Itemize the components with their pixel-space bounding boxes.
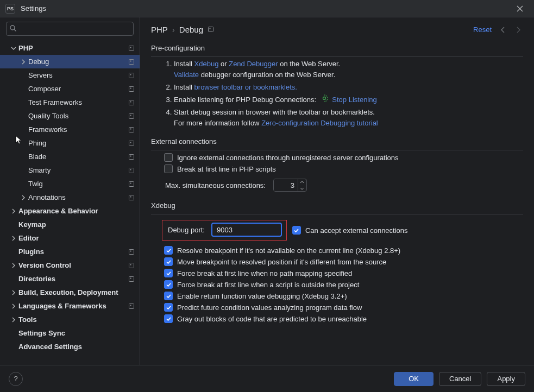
xdebug-opt-5-label: Predict future condition values analyzin…: [177, 304, 362, 312]
tree-item-version-control[interactable]: Version Control: [0, 258, 140, 272]
tree-item-blade[interactable]: Blade: [0, 150, 140, 163]
stop-listening-link[interactable]: Stop Listening: [332, 96, 376, 104]
svg-rect-18: [130, 155, 131, 156]
tree-item-tools[interactable]: Tools: [0, 313, 140, 326]
xdebug-opt-5-checkbox[interactable]: [164, 303, 173, 312]
tree-item-label: Smarty: [28, 166, 128, 174]
ok-button[interactable]: OK: [394, 372, 434, 386]
tree-item-advanced-settings[interactable]: Advanced Settings: [0, 340, 140, 353]
chevron-right-icon[interactable]: [10, 290, 17, 295]
svg-rect-7: [129, 86, 134, 91]
tree-item-servers[interactable]: Servers: [0, 68, 140, 82]
svg-rect-29: [129, 276, 134, 281]
tree-item-annotations[interactable]: Annotations: [0, 191, 140, 204]
apply-button[interactable]: Apply: [487, 372, 525, 386]
chevron-right-icon[interactable]: [10, 263, 17, 268]
chevron-down-icon[interactable]: [10, 46, 17, 51]
browser-toolbar-link[interactable]: browser toolbar or bookmarklets.: [194, 83, 297, 91]
max-connections-label: Max. simultaneous connections:: [165, 181, 266, 189]
chevron-right-icon[interactable]: [20, 59, 27, 65]
validate-link[interactable]: Validate: [174, 71, 199, 79]
svg-rect-16: [130, 142, 131, 143]
tree-item-smarty[interactable]: Smarty: [0, 163, 140, 177]
xdebug-opt-1-checkbox[interactable]: [164, 257, 173, 266]
tree-item-composer[interactable]: Composer: [0, 82, 140, 96]
max-connections-stepper[interactable]: [273, 179, 307, 192]
xdebug-opt-0-checkbox[interactable]: [164, 246, 173, 255]
break-first-line-checkbox[interactable]: [164, 165, 173, 173]
chevron-right-icon[interactable]: [20, 195, 27, 200]
preconfig-step-1: Install Xdebug or Zend Debugger on the W…: [174, 59, 523, 80]
xdebug-opt-4-checkbox[interactable]: [164, 292, 173, 300]
tree-item-label: Servers: [28, 71, 128, 79]
tree-item-label: Plugins: [18, 248, 128, 256]
tree-item-debug[interactable]: Debug: [0, 55, 140, 68]
ignore-unregistered-checkbox[interactable]: [164, 153, 173, 162]
chevron-right-icon[interactable]: [10, 208, 17, 214]
nav-forward-button[interactable]: [514, 26, 522, 34]
svg-rect-33: [209, 27, 213, 32]
external-connections-title: External connections: [151, 137, 523, 146]
svg-rect-13: [129, 127, 134, 132]
accept-external-label: Can accept external connections: [305, 226, 408, 235]
breadcrumb-root[interactable]: PHP: [151, 25, 168, 34]
chevron-right-icon[interactable]: [10, 236, 17, 241]
settings-tree[interactable]: PHPDebugServersComposerTest FrameworksQu…: [0, 38, 140, 365]
scope-icon: [128, 275, 135, 283]
cancel-button[interactable]: Cancel: [439, 372, 481, 386]
svg-rect-24: [130, 196, 131, 197]
max-connections-input[interactable]: [274, 179, 298, 191]
chevron-right-icon[interactable]: [10, 304, 17, 309]
debug-port-input[interactable]: [211, 223, 282, 237]
tree-item-test-frameworks[interactable]: Test Frameworks: [0, 96, 140, 109]
tree-item-build-execution-deployment[interactable]: Build, Execution, Deployment: [0, 286, 140, 299]
xdebug-opt-3-checkbox[interactable]: [164, 280, 173, 289]
help-button[interactable]: ?: [9, 372, 23, 386]
zero-config-tutorial-link[interactable]: Zero-configuration Debugging tutorial: [261, 119, 378, 127]
search-input[interactable]: [6, 22, 134, 36]
tree-item-keymap[interactable]: Keymap: [0, 218, 140, 231]
scope-icon: [128, 126, 135, 134]
xdebug-title: Xdebug: [151, 201, 523, 210]
xdebug-opt-3-label: Force break at first line when a script …: [177, 281, 359, 289]
xdebug-opt-6-checkbox[interactable]: [164, 314, 173, 323]
scope-icon: [128, 72, 135, 79]
reset-link[interactable]: Reset: [473, 26, 492, 34]
tree-item-appearance-behavior[interactable]: Appearance & Behavior: [0, 204, 140, 218]
tree-item-label: Appearance & Behavior: [18, 207, 135, 215]
tree-item-quality-tools[interactable]: Quality Tools: [0, 109, 140, 123]
tree-item-plugins[interactable]: Plugins: [0, 245, 140, 258]
tree-item-editor[interactable]: Editor: [0, 231, 140, 245]
accept-external-checkbox[interactable]: [292, 226, 301, 235]
svg-rect-14: [130, 128, 131, 129]
svg-rect-17: [129, 154, 134, 159]
svg-rect-11: [129, 113, 134, 118]
stepper-down[interactable]: [298, 185, 306, 191]
svg-rect-26: [130, 250, 131, 251]
tree-item-twig[interactable]: Twig: [0, 177, 140, 191]
tree-item-label: Build, Execution, Deployment: [18, 288, 135, 296]
tree-item-languages-frameworks[interactable]: Languages & Frameworks: [0, 299, 140, 313]
tree-item-label: Composer: [28, 85, 128, 93]
tree-item-label: Blade: [28, 153, 128, 161]
nav-back-button[interactable]: [499, 26, 507, 34]
scope-icon: [128, 99, 135, 106]
scope-icon: [128, 58, 135, 66]
tree-item-frameworks[interactable]: Frameworks: [0, 123, 140, 136]
close-button[interactable]: [511, 0, 529, 17]
tree-item-label: Keymap: [18, 220, 135, 229]
svg-rect-4: [130, 60, 131, 61]
tree-item-php[interactable]: PHP: [0, 41, 140, 55]
xdebug-opt-1-label: Move breakpoint to resolved position if …: [177, 258, 386, 266]
tree-item-settings-sync[interactable]: Settings Sync: [0, 326, 140, 340]
chevron-right-icon[interactable]: [10, 317, 17, 323]
tree-item-directories[interactable]: Directories: [0, 272, 140, 286]
scope-icon: [128, 302, 135, 310]
preconfig-step-2: Install browser toolbar or bookmarklets.: [174, 82, 523, 93]
stepper-up[interactable]: [298, 179, 306, 185]
scope-icon: [128, 112, 135, 120]
xdebug-opt-2-checkbox[interactable]: [164, 269, 173, 277]
xdebug-link[interactable]: Xdebug: [194, 60, 219, 68]
zend-debugger-link[interactable]: Zend Debugger: [229, 60, 278, 68]
tree-item-label: Quality Tools: [28, 112, 128, 120]
